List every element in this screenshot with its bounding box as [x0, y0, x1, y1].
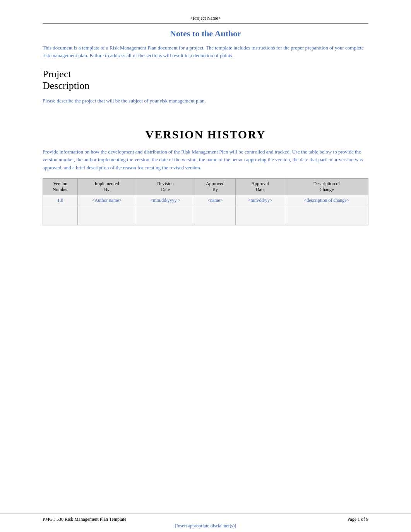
cell-revision-date — [136, 206, 195, 225]
page-content: <Project Name> Notes to the Author This … — [0, 0, 411, 513]
project-name: <Project Name> — [43, 15, 368, 21]
cell-approved-by: <name> — [195, 195, 235, 206]
cell-approval-date — [235, 206, 285, 225]
header-section: <Project Name> — [43, 15, 368, 24]
page-wrapper: <Project Name> Notes to the Author This … — [0, 0, 411, 532]
table-header-row: VersionNumber ImplementedBy RevisionDate… — [43, 178, 368, 195]
col-implemented-by: ImplementedBy — [78, 178, 136, 195]
version-history-section: VERSION HISTORY Provide information on h… — [43, 128, 368, 225]
project-heading: Project — [43, 68, 368, 80]
table-row — [43, 206, 368, 225]
cell-description — [285, 206, 368, 225]
cell-implemented-by — [78, 206, 136, 225]
footer-left-text: PMGT 530 Risk Management Plan Template — [43, 517, 126, 522]
col-approved-by: ApprovedBy — [195, 178, 235, 195]
col-approval-date: ApprovalDate — [235, 178, 285, 195]
page-footer: PMGT 530 Risk Management Plan Template P… — [0, 513, 411, 532]
cell-implemented-by: <Author name> — [78, 195, 136, 206]
version-table: VersionNumber ImplementedBy RevisionDate… — [43, 178, 368, 225]
header-rule — [43, 23, 368, 24]
cell-revision-date: <mm/dd/yyyy > — [136, 195, 195, 206]
footer-top-row: PMGT 530 Risk Management Plan Template P… — [43, 517, 368, 522]
description-heading: Description — [43, 80, 368, 92]
col-version-number: VersionNumber — [43, 178, 78, 195]
footer-disclaimer: [Insert appropriate disclaimer(s)] — [175, 523, 236, 529]
col-description-change: Description ofChange — [285, 178, 368, 195]
version-history-title: VERSION HISTORY — [43, 128, 368, 141]
cell-version: 1.0 — [43, 195, 78, 206]
cell-approval-date: <mm/dd/yy> — [235, 195, 285, 206]
version-history-intro: Provide information on how the developme… — [43, 148, 368, 172]
notes-section: Notes to the Author This document is a t… — [43, 29, 368, 59]
notes-body: This document is a template of a Risk Ma… — [43, 44, 368, 59]
project-description-text: Please describe the project that will be… — [43, 97, 368, 105]
footer-page-info: Page 1 of 9 — [348, 517, 368, 522]
table-body: 1.0<Author name><mm/dd/yyyy ><name><mm/d… — [43, 195, 368, 225]
cell-version — [43, 206, 78, 225]
cell-approved-by — [195, 206, 235, 225]
col-revision-date: RevisionDate — [136, 178, 195, 195]
table-row: 1.0<Author name><mm/dd/yyyy ><name><mm/d… — [43, 195, 368, 206]
notes-title: Notes to the Author — [43, 29, 368, 39]
project-description-section: Project Description Please describe the … — [43, 68, 368, 105]
cell-description: <description of change> — [285, 195, 368, 206]
table-header: VersionNumber ImplementedBy RevisionDate… — [43, 178, 368, 195]
